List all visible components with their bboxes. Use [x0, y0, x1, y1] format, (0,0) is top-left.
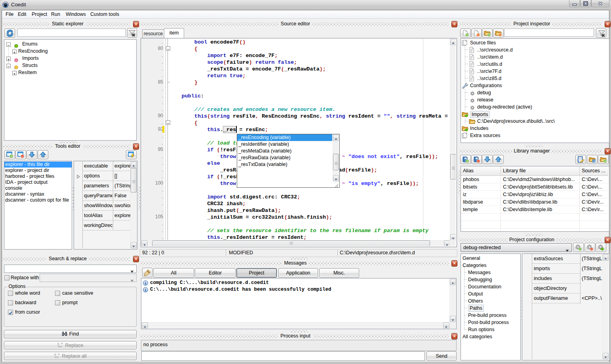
svg-text:i: i [145, 281, 146, 285]
svg-text:a: a [60, 344, 62, 348]
svg-text:b: b [57, 342, 59, 346]
svg-text:i: i [145, 288, 146, 292]
svg-text:b: b [54, 353, 56, 356]
svg-text:a: a [57, 355, 59, 358]
